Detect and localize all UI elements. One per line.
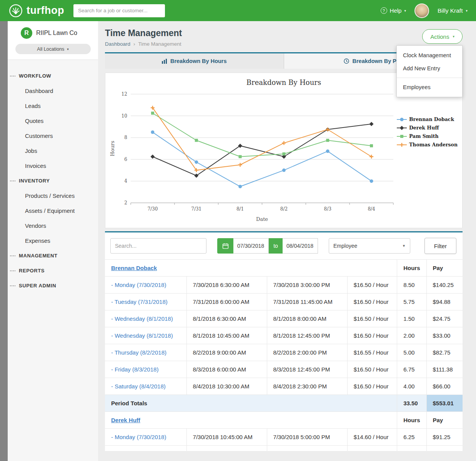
menu-item-employees[interactable]: Employees	[397, 81, 462, 94]
svg-text:8: 8	[124, 135, 127, 140]
legend-item[interactable]: Derek Huff	[397, 125, 459, 131]
date-to-input[interactable]	[283, 238, 318, 254]
clock-in-cell: 8/1/2018 6:30:00 AM	[186, 310, 267, 327]
main-content: Time Management Dashboard › Time Managem…	[98, 21, 476, 461]
table-row: - Friday (8/3/2018) 8/3/2018 6:00:00 AM …	[105, 361, 463, 378]
employee-link[interactable]: Brennan Doback	[111, 265, 157, 271]
sidebar-nav: WORKFLOW Dashboard Leads Quotes Customer…	[8, 60, 98, 293]
legend-item[interactable]: Pam Smith	[397, 133, 459, 139]
svg-text:7/30: 7/30	[147, 206, 158, 212]
section-dash-icon	[10, 285, 15, 286]
menu-item-add-new-entry[interactable]: Add New Entry	[397, 62, 462, 75]
svg-text:12: 12	[121, 91, 127, 97]
hours-cell: 5.75	[397, 294, 426, 310]
sidebar-item-products-services[interactable]: Products / Services	[8, 188, 98, 203]
table-search-input[interactable]	[110, 238, 206, 254]
legend-item[interactable]: Thomas Anderson	[397, 142, 459, 148]
date-range-picker: to	[217, 238, 318, 254]
actions-button[interactable]: Actions ▾	[422, 29, 463, 44]
breadcrumb-separator: ›	[133, 41, 135, 47]
help-menu[interactable]: ? Help ▾	[381, 7, 406, 14]
chevron-down-icon: ▾	[67, 47, 69, 51]
nav-section-reports[interactable]: REPORTS	[8, 263, 98, 278]
turfhop-grass-icon	[8, 3, 23, 18]
menu-item-clock-management[interactable]: Clock Management	[397, 49, 462, 62]
table-row: - Wednesday (8/1/2018) 8/1/2018 6:30:00 …	[105, 310, 463, 327]
sidebar-item-customers[interactable]: Customers	[8, 128, 98, 143]
rate-cell: $14.60 / Hour	[347, 429, 397, 446]
nav-section-inventory: INVENTORY	[8, 173, 98, 188]
hours-cell: 4.00	[397, 378, 426, 395]
day-entry-link[interactable]: - Monday (7/30/2018)	[111, 434, 166, 440]
svg-text:8/3: 8/3	[324, 206, 331, 212]
date-from-input[interactable]	[233, 238, 269, 254]
section-dash-icon	[10, 76, 15, 76]
actions-dropdown-menu: Clock Management Add New Entry Employees	[396, 45, 463, 97]
calendar-button[interactable]	[217, 238, 233, 254]
user-name: Billy Kraft	[438, 7, 463, 14]
day-entry-link[interactable]: - Tuesday (7/31/2018)	[111, 298, 168, 305]
svg-text:Date: Date	[256, 216, 268, 222]
sidebar-item-jobs[interactable]: Jobs	[8, 143, 98, 158]
day-entry-link[interactable]: - Wednesday (8/1/2018)	[111, 315, 173, 322]
hours-column-header: Hours	[397, 412, 426, 429]
employee-select[interactable]: Employee ▼	[329, 238, 410, 254]
day-entry-link[interactable]: - Wednesday (8/1/2018)	[111, 332, 173, 339]
clock-out-cell: 7/31/2018 11:45:00 AM	[267, 294, 347, 310]
bar-chart-icon	[162, 59, 167, 64]
date-to-label: to	[269, 238, 283, 254]
global-search-input[interactable]	[73, 4, 165, 17]
clock-in-cell: 8/2/2018 9:00:00 AM	[186, 344, 267, 361]
sidebar-item-assets-equipment[interactable]: Assets / Equipment	[8, 203, 98, 218]
rate-cell: $16.50 / Hour	[347, 327, 397, 344]
employee-link[interactable]: Derek Huff	[111, 417, 140, 423]
pay-cell: $24.75	[426, 310, 463, 327]
location-selector[interactable]: All Locations ▾	[15, 44, 91, 54]
chevron-down-icon: ▾	[453, 35, 454, 38]
day-entry-link[interactable]: - Monday (7/30/2018)	[111, 282, 166, 288]
svg-text:7/31: 7/31	[191, 206, 201, 212]
select-caret-icon: ▼	[402, 244, 406, 248]
sidebar-item-dashboard[interactable]: Dashboard	[8, 83, 98, 98]
sidebar-item-quotes[interactable]: Quotes	[8, 113, 98, 128]
tab-breakdown-by-hours[interactable]: Breakdown By Hours	[105, 53, 284, 69]
table-row: - Thursday (8/2/2018) 8/2/2018 9:00:00 A…	[105, 344, 463, 361]
brand-logo[interactable]: turfhop	[8, 3, 64, 18]
avatar[interactable]	[414, 3, 429, 18]
day-entry-link[interactable]: - Thursday (8/2/2018)	[111, 349, 166, 356]
user-menu[interactable]: Billy Kraft ▾	[438, 7, 468, 14]
filter-button[interactable]: Filter	[424, 238, 456, 254]
sidebar-item-vendors[interactable]: Vendors	[8, 218, 98, 233]
table-row: - Saturday (8/4/2018) 8/4/2018 10:30:00 …	[105, 378, 463, 395]
pay-column-header: Pay	[426, 260, 463, 277]
breadcrumb-dashboard[interactable]: Dashboard	[105, 41, 130, 47]
clock-out-cell: 7/30/2018 5:00:00 PM	[267, 429, 347, 446]
time-entries-table: Brennan Doback Hours Pay - Monday (7/30/…	[105, 259, 463, 451]
svg-text:Hours: Hours	[110, 141, 115, 156]
pay-cell: $33.00	[426, 327, 463, 344]
sidebar: R RIIPL Lawn Co All Locations ▾ WORKFLOW…	[0, 21, 98, 461]
sidebar-rail	[0, 21, 8, 461]
sidebar-item-invoices[interactable]: Invoices	[8, 158, 98, 173]
nav-section-management[interactable]: MANAGEMENT	[8, 248, 98, 263]
hours-cell: 2.00	[397, 327, 426, 344]
clock-in-cell: 7/30/2018 6:30:00 AM	[186, 277, 267, 294]
hours-cell: 5.00	[397, 344, 426, 361]
clock-icon	[344, 58, 349, 64]
day-entry-link[interactable]: - Saturday (8/4/2018)	[111, 383, 166, 390]
svg-text:8/2: 8/2	[280, 206, 288, 212]
day-entry-link[interactable]: - Friday (8/3/2018)	[111, 366, 158, 373]
legend-marker-icon	[397, 126, 407, 130]
pay-cell: $82.75	[426, 344, 463, 361]
chevron-down-icon: ▾	[466, 9, 468, 13]
legend-marker-icon	[397, 117, 407, 122]
sidebar-item-leads[interactable]: Leads	[8, 98, 98, 113]
sidebar-item-expenses[interactable]: Expenses	[8, 233, 98, 248]
nav-section-super-admin[interactable]: SUPER ADMIN	[8, 278, 98, 293]
legend-item[interactable]: Brennan Doback	[397, 116, 459, 122]
period-totals-pay: $553.01	[426, 395, 463, 412]
svg-text:2: 2	[124, 200, 127, 206]
nav-section-workflow: WORKFLOW	[8, 68, 98, 83]
hours-cell: 8.50	[397, 277, 426, 294]
calendar-icon	[222, 243, 229, 249]
